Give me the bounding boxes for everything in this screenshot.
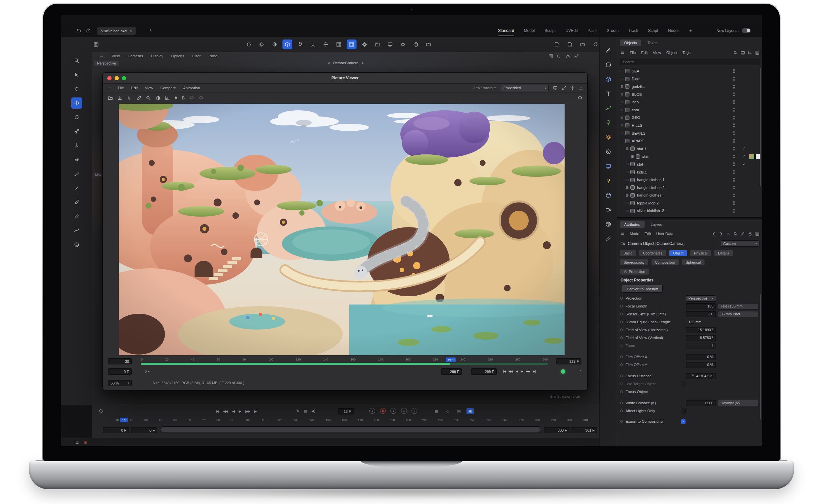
workplane-icon[interactable]	[308, 39, 318, 49]
target-icon[interactable]	[257, 39, 267, 49]
object-row[interactable]: ⊞ godzilla	[617, 82, 762, 91]
move-tool-icon[interactable]	[71, 98, 82, 109]
pan-view-icon[interactable]	[570, 86, 575, 90]
attributes-menu-item[interactable]: User Data	[656, 232, 674, 236]
light-icon[interactable]	[606, 178, 611, 184]
magnet-icon[interactable]	[295, 39, 305, 49]
layout-tab[interactable]: UVEdit	[565, 25, 578, 36]
white-point-icon[interactable]	[136, 96, 142, 101]
compare-a-button[interactable]: A	[174, 96, 177, 101]
timeline-playhead[interactable]: 13	[120, 418, 128, 423]
keyframe-presets-icon[interactable]: ▦	[433, 408, 440, 414]
object-row[interactable]: ⊞ SEA	[617, 67, 762, 75]
edit-icon[interactable]	[741, 232, 745, 236]
objects-scrollbar[interactable]	[760, 68, 761, 186]
attribute-tab[interactable]: Protection	[620, 269, 649, 275]
menu-icon[interactable]	[621, 232, 625, 236]
visibility-dots-icon[interactable]	[733, 178, 735, 179]
visibility-dots-icon[interactable]	[733, 85, 735, 86]
visibility-dots-icon[interactable]	[733, 186, 735, 187]
viewport-maximize-icon[interactable]	[574, 54, 579, 58]
zoom-tool-icon[interactable]	[71, 55, 82, 66]
save-view-icon[interactable]	[579, 86, 583, 90]
object-row[interactable]: ⊞ GEO	[617, 114, 762, 122]
pv-range-bar[interactable]	[141, 363, 548, 365]
expander-icon[interactable]: ⊞	[620, 124, 624, 127]
mute-notifications-icon[interactable]: ⊘	[84, 440, 87, 445]
panel-tab[interactable]: Layers	[647, 221, 667, 228]
spline-tool-icon[interactable]	[71, 225, 82, 236]
object-row[interactable]: ⊞ loch	[617, 98, 762, 106]
keyframe-icon[interactable]	[98, 408, 103, 414]
attribute-tab[interactable]: Physical	[690, 250, 711, 256]
visibility-dots-icon[interactable]	[733, 131, 735, 133]
stack-icon[interactable]	[198, 96, 204, 101]
object-name[interactable]: GEO	[632, 116, 640, 120]
preview-start-field[interactable]: 0 F	[131, 427, 157, 433]
object-row[interactable]: ⊞ hangin clothes	[617, 192, 762, 199]
zoom-region-icon[interactable]	[146, 96, 151, 101]
viewport-menu-item[interactable]: View	[112, 54, 120, 58]
rotate-tool-icon[interactable]	[71, 112, 82, 123]
attribute-tab[interactable]: Coordinates	[639, 250, 666, 256]
goto-end-button[interactable]: ▶|	[533, 369, 536, 373]
sculpt-tool-icon[interactable]	[71, 239, 82, 250]
close-window-button[interactable]	[107, 76, 112, 80]
layout-tab[interactable]: Script	[648, 25, 658, 36]
new-layouts-toggle[interactable]	[742, 28, 751, 33]
attribute-unit-dropdown[interactable]: Daylight (65	[718, 400, 759, 406]
objects-menu-item[interactable]: File	[630, 51, 636, 55]
panel-menu-icon[interactable]	[755, 232, 760, 236]
generator-icon[interactable]	[606, 134, 611, 140]
expander-icon[interactable]: ⊞	[625, 162, 629, 166]
object-row[interactable]: ⊞ hangin clothes.1	[617, 176, 762, 184]
attribute-value-field[interactable]: 135 mm	[686, 319, 716, 325]
prev-camera-icon[interactable]: ◀	[327, 61, 330, 64]
goto-start-button[interactable]: |◀	[216, 409, 219, 413]
snap-key-icon[interactable]: ▣	[467, 408, 474, 414]
attribute-unit-dropdown[interactable]: Tele (135 mm	[718, 303, 759, 309]
object-name[interactable]: stat.1	[637, 147, 646, 151]
attributes-menu-item[interactable]: Mode	[630, 232, 639, 236]
view-label[interactable]: Perspective	[94, 60, 119, 66]
pv-frame-field-b[interactable]: 299 F	[471, 368, 497, 375]
layout-tab[interactable]: Paint	[588, 25, 597, 36]
preset-dropdown[interactable]: Custom	[720, 240, 760, 246]
object-name[interactable]: BLOB	[632, 93, 642, 97]
attribute-checkbox[interactable]	[681, 381, 686, 386]
expander-icon[interactable]: ⊞	[630, 155, 634, 158]
total-frames-field[interactable]: 301 F	[571, 427, 597, 433]
expander-icon[interactable]: ⊞	[625, 186, 629, 189]
picture-viewer-menu-item[interactable]: File	[118, 86, 124, 90]
object-name[interactable]: topple loop.2	[637, 201, 659, 205]
camera-icon[interactable]	[606, 207, 611, 213]
panel-menu-icon[interactable]	[755, 51, 760, 55]
object-name[interactable]: hangin clothes.1	[637, 178, 665, 182]
visibility-dots-icon[interactable]	[733, 209, 735, 211]
visibility-dots-icon[interactable]	[733, 194, 735, 195]
object-row[interactable]: ⊞ flock	[617, 75, 762, 83]
attribute-value-field[interactable]: Perspective	[686, 295, 716, 302]
expander-icon[interactable]: ⊞	[620, 108, 624, 112]
prev-key-button[interactable]: ◀◀	[223, 409, 228, 413]
layout-grid-icon[interactable]	[91, 39, 101, 49]
scale-tool-icon[interactable]	[71, 126, 82, 137]
next-camera-icon[interactable]: ▶	[362, 61, 364, 64]
save-incremental-icon[interactable]	[565, 39, 575, 49]
range-end-field[interactable]: 300 F	[544, 427, 569, 433]
current-frame-field[interactable]: 13 F	[338, 408, 354, 414]
viewport-menu-item[interactable]: Panel	[208, 54, 218, 58]
panel-tab[interactable]: Objects	[620, 39, 641, 46]
attribute-checkbox[interactable]	[681, 419, 686, 424]
menu-icon[interactable]	[107, 86, 111, 90]
object-row[interactable]: ⊞ HILLS	[617, 122, 762, 129]
picture-viewer-window[interactable]: Picture Viewer FileEditViewCompareAnimat…	[103, 72, 588, 390]
new-tab-button[interactable]: +	[149, 27, 152, 33]
attribute-tab[interactable]: Details	[714, 250, 733, 256]
autokeying-icon[interactable]: A	[380, 408, 386, 414]
quantize-settings-icon[interactable]	[359, 39, 369, 49]
attribute-tab[interactable]: Basic	[620, 250, 636, 256]
forward-icon[interactable]	[719, 232, 723, 236]
expander-icon[interactable]: ⊟	[620, 139, 624, 143]
picture-viewer-menu-item[interactable]: Edit	[131, 86, 138, 90]
